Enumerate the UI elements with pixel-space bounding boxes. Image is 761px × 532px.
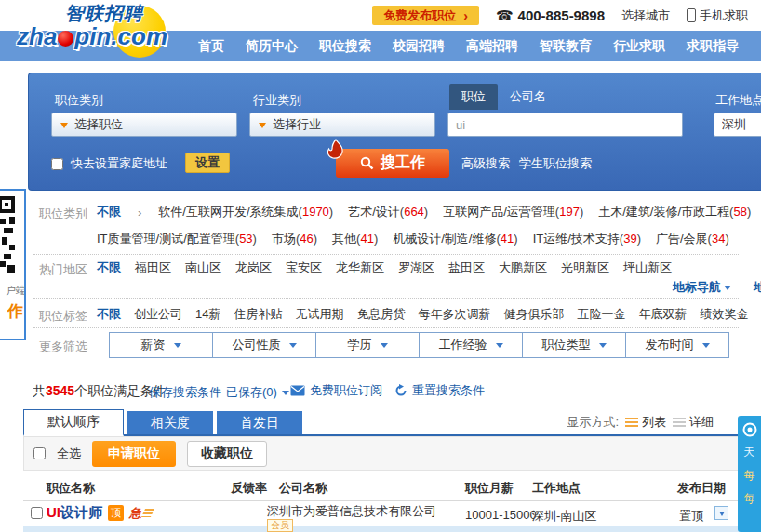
tab-relevance[interactable]: 相关度 [127,411,213,434]
region-filter-link[interactable]: 福田区 [135,259,171,276]
category-filter-link[interactable]: 机械设计/制造/维修41 [393,231,517,247]
favorite-jobs-button[interactable]: 收藏职位 [187,441,267,467]
tab-default-order[interactable]: 默认顺序 [23,409,124,436]
publish-date-filter-dropdown[interactable]: 发布时间 [625,332,729,358]
advanced-search-link[interactable]: 高级搜索 [461,155,510,172]
region-filter-link[interactable]: 大鹏新区 [499,259,547,276]
category-filter-link[interactable]: 软件/互联网开发/系统集成1970 [158,204,333,220]
apply-jobs-button[interactable]: 申请职位 [92,441,176,467]
logo-en-left: zha [17,22,57,51]
home-address-checkbox[interactable] [51,158,63,170]
tag-filter-link[interactable]: 绩效奖金 [700,306,748,323]
experience-filter-dropdown[interactable]: 工作经验 [419,332,523,358]
save-search-link[interactable]: 保存搜索条件 已保存(0) [149,384,289,401]
category-count: 197 [555,205,583,219]
job-type-filter-dropdown[interactable]: 职位类型 [522,332,626,358]
job-category-dropdown[interactable]: 选择职位 [51,113,237,137]
tag-filter-link[interactable]: 每年多次调薪 [418,306,490,323]
tag-filter-link[interactable]: 创业公司 [134,306,182,323]
left-widget-text-fragment: 作 [7,300,23,322]
tab-first-publish[interactable]: 首发日 [217,411,302,434]
nav-item-guidance[interactable]: 求职指导 [687,38,739,55]
category-filter-link[interactable]: 土木/建筑/装修/市政工程58 [598,204,751,220]
landmark-nav-label: 地标导航 [673,279,721,296]
landmark-nav-link[interactable]: 地标导航 [673,279,731,296]
salary-filter-dropdown[interactable]: 薪资 [109,332,213,358]
category-count: 1970 [299,205,334,219]
region-filter-link[interactable]: 坪山新区 [623,259,672,276]
left-float-widget[interactable]: 户端 作 [0,189,26,340]
region-filter-link[interactable]: 光明新区 [561,259,609,276]
col-company: 公司名称 [279,480,327,497]
display-list-option[interactable]: 列表 [625,414,666,431]
post-job-button[interactable]: 免费发布职位 › [372,6,479,25]
search-button-label: 搜工作 [380,153,425,173]
tab-keyword-job[interactable]: 职位 [449,84,498,110]
dropdown-arrow-icon [259,123,266,132]
right-float-banner[interactable]: 天 每 每 [738,416,761,532]
job-category-value: 选择职位 [74,116,123,133]
category-unlimited-link[interactable]: 不限 [97,204,121,220]
keyword-input[interactable] [447,113,683,137]
tag-unlimited-link[interactable]: 不限 [97,306,121,323]
tag-filter-link[interactable]: 健身俱乐部 [503,306,564,323]
logo-en-right: pin.com [74,22,167,51]
zhaopin-job-search-page: 免费发布职位 › ☎ 400-885-9898 选择城市 手机求职 首页 简历中… [0,0,761,532]
set-home-address-button[interactable]: 设置 [185,153,230,173]
category-filter-link[interactable]: 艺术/设计664 [348,204,428,220]
company-name-link[interactable]: 深圳市为爱普信息技术有限公司 [267,503,436,520]
category-filter-link[interactable]: IT运维/技术支持39 [533,231,641,247]
nav-item-job-search[interactable]: 职位搜索 [319,38,371,55]
tag-filter-link[interactable]: 免息房贷 [356,306,405,323]
nav-item-industry[interactable]: 行业求职 [613,38,665,55]
nav-item-education[interactable]: 智联教育 [540,38,592,55]
region-filter-link[interactable]: 罗湖区 [398,259,434,276]
nav-item-resume-center[interactable]: 简历中心 [246,38,298,55]
industry-dropdown[interactable]: 选择行业 [249,113,435,137]
tag-filter-link[interactable]: 五险一金 [577,306,625,323]
select-city-link[interactable]: 选择城市 [621,7,670,24]
reset-search-link[interactable]: 重置搜索条件 [394,382,485,399]
nav-item-campus[interactable]: 校园招聘 [393,38,445,55]
dropdown-label: 公司性质 [233,337,281,353]
tab-keyword-company[interactable]: 公司名 [498,84,558,110]
tag-filter-link[interactable]: 住房补贴 [234,306,282,323]
region-filter-link[interactable]: 南山区 [185,259,221,276]
display-detail-option[interactable]: 详细 [673,414,714,431]
service-phone: ☎ 400-885-9898 [496,7,605,24]
nav-item-highend[interactable]: 高端招聘 [466,38,518,55]
search-jobs-button[interactable]: 搜工作 [336,149,449,178]
tag-filter-link[interactable]: 年底双薪 [638,306,687,323]
category-filter-link[interactable]: 市场46 [272,231,317,247]
region-filter-link[interactable]: 龙岗区 [235,259,272,276]
right-widget-text-fragment: 每 [744,468,755,484]
job-title-link[interactable]: UI设计师 [47,504,102,522]
zhaopin-logo[interactable]: 智联招聘 zha pin.com [17,0,194,61]
category-filter-link[interactable]: IT质量管理/测试/配置管理53 [97,231,257,247]
category-filter-link[interactable]: 广告/会展34 [656,231,729,247]
tag-filter-link[interactable]: 无试用期 [295,306,343,323]
student-search-link[interactable]: 学生职位搜索 [519,155,592,172]
location-input[interactable] [714,113,761,137]
category-name: 互联网产品/运营管理 [443,205,555,219]
location-cell: 深圳-南山区 [532,508,596,525]
landmark-link-fragment[interactable]: 地 [754,279,761,296]
region-filter-link[interactable]: 宝安区 [286,259,322,276]
results-bar: 共3545个职位满足条件 保存搜索条件 已保存(0) 免费职位订阅 重置搜索条件 [0,377,761,406]
company-type-filter-dropdown[interactable]: 公司性质 [212,332,316,358]
region-filter-link[interactable]: 龙华新区 [336,259,384,276]
category-filter-link[interactable]: 其他41 [332,231,378,247]
tag-filter-link[interactable]: 14薪 [195,306,220,323]
select-all-checkbox[interactable] [33,447,46,459]
nav-item-home[interactable]: 首页 [198,38,224,55]
education-filter-dropdown[interactable]: 学历 [315,332,420,358]
mobile-job-link[interactable]: 手机求职 [687,7,748,24]
mobile-phone-icon [687,8,696,22]
row-select-checkbox[interactable] [31,507,43,519]
job-subscribe-link[interactable]: 免费职位订阅 [290,382,382,399]
region-filter-link[interactable]: 盐田区 [448,259,485,276]
region-unlimited-link[interactable]: 不限 [97,259,121,276]
category-filter-link[interactable]: 互联网产品/运营管理197 [443,204,583,220]
row-expand-button[interactable] [714,506,728,520]
chevron-down-icon [702,343,710,352]
